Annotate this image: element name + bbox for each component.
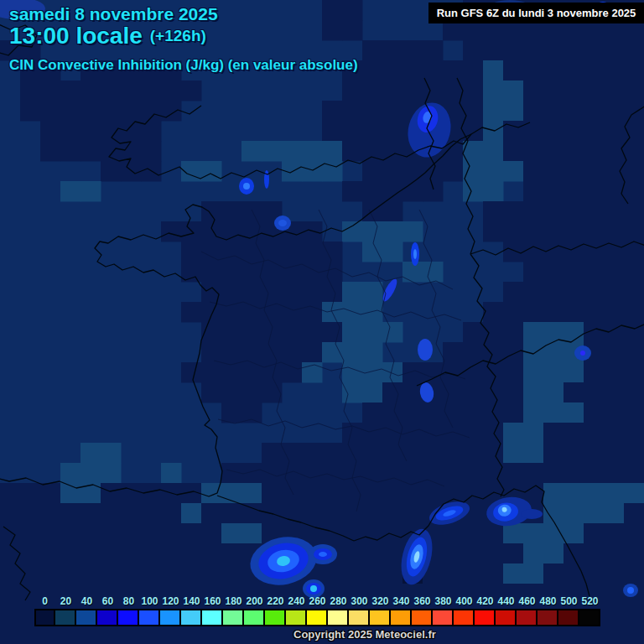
cin-grid-cell [40, 543, 61, 564]
cin-grid-cell [483, 523, 504, 544]
scale-tick-label: 240 [288, 594, 304, 609]
scale-color-swatch [452, 609, 475, 626]
cin-grid-cell [0, 604, 21, 625]
cin-grid-cell [362, 181, 383, 202]
cin-grid-cell [80, 463, 101, 484]
cin-grid-cell [362, 322, 383, 343]
cin-grid-cell [483, 443, 504, 464]
cin-grid-cell [483, 101, 504, 122]
cin-grid-cell [161, 463, 182, 484]
cin-blob-ring [627, 587, 634, 594]
cin-grid-cell [624, 101, 644, 122]
cin-grid-cell [221, 543, 242, 564]
parameter-title: CIN Convective Inhibition (J/kg) (en val… [9, 57, 358, 74]
cin-grid-cell [181, 242, 202, 262]
cin-grid-cell [322, 523, 343, 544]
cin-grid-cell [604, 443, 625, 464]
cin-grid-cell [362, 362, 383, 383]
cin-grid-cell [463, 523, 484, 544]
cin-grid-cell [503, 161, 524, 182]
cin-grid-cell [463, 322, 484, 343]
cin-grid-cell [80, 624, 101, 644]
cin-grid-cell [543, 423, 564, 444]
cin-grid-cell [523, 60, 544, 81]
scale-step: 460 [517, 594, 538, 626]
cin-grid-cell [604, 181, 625, 202]
cin-grid-cell [584, 40, 605, 61]
cin-grid-cell [604, 262, 625, 283]
cin-grid-cell [382, 402, 403, 423]
cin-grid-cell [584, 443, 605, 464]
cin-grid-cell [362, 101, 383, 122]
cin-grid-cell [362, 543, 383, 564]
cin-grid-cell [342, 221, 363, 242]
cin-grid-cell [523, 161, 544, 182]
cin-grid-cell [584, 362, 605, 383]
cin-grid-cell [523, 282, 544, 303]
cin-grid-cell [262, 282, 283, 303]
cin-grid-cell [523, 523, 544, 544]
cin-grid-cell [523, 101, 544, 122]
cin-grid-cell [302, 242, 323, 262]
cin-grid-cell [523, 463, 544, 484]
cin-grid-cell [101, 80, 122, 101]
cin-grid-cell [483, 80, 504, 101]
cin-grid-cell [302, 262, 323, 283]
cin-grid-cell [483, 141, 504, 162]
cin-grid-cell [362, 161, 383, 182]
cin-grid-cell [624, 201, 644, 222]
cin-grid-cell [322, 322, 343, 343]
scale-step: 320 [370, 594, 391, 626]
scale-color-swatch [389, 609, 412, 626]
cin-grid-cell [342, 543, 363, 564]
cin-blob [418, 339, 433, 361]
cin-grid-cell [584, 382, 605, 403]
cin-grid-cell [624, 423, 644, 444]
cin-grid-cell [564, 161, 584, 182]
cin-grid-cell [242, 282, 262, 303]
cin-grid-cell [624, 523, 644, 544]
cin-grid-cell [181, 624, 202, 644]
cin-grid-cell [624, 282, 644, 303]
cin-grid-cell [483, 201, 504, 222]
cin-grid-cell [221, 624, 242, 644]
cin-grid-cell [523, 624, 544, 644]
cin-grid-cell [624, 543, 644, 564]
cin-grid-cell [503, 101, 524, 122]
cin-grid-cell [141, 523, 162, 544]
scale-step: 400 [454, 594, 475, 626]
cin-grid-cell [201, 564, 222, 584]
scale-tick-label: 20 [60, 594, 71, 609]
cin-grid-cell [483, 463, 504, 484]
cin-grid-cell [362, 221, 383, 242]
cin-grid-cell [242, 201, 262, 222]
cin-grid-cell [382, 161, 403, 182]
cin-grid-cell [181, 564, 202, 584]
cin-grid-cell [584, 503, 605, 524]
scale-color-swatch [34, 609, 55, 626]
scale-tick-label: 60 [102, 594, 113, 609]
cin-grid-cell [402, 463, 423, 484]
cin-grid-cell [483, 342, 504, 363]
cin-grid-cell [523, 443, 544, 464]
cin-grid-cell [40, 564, 61, 584]
cin-grid-cell [0, 543, 21, 564]
cin-grid-cell [262, 242, 283, 262]
cin-grid-cell [423, 402, 444, 423]
cin-grid-cell [523, 362, 544, 383]
color-scale-legend: 0204060801001201401601802002202402602803… [34, 594, 600, 626]
cin-grid-cell [382, 242, 403, 262]
cin-grid-cell [161, 101, 182, 122]
cin-grid-cell [121, 543, 142, 564]
cin-grid-cell [564, 463, 584, 484]
scale-color-swatch [305, 609, 328, 626]
cin-grid-cell [584, 101, 605, 122]
scale-step: 360 [412, 594, 433, 626]
scale-tick-label: 480 [539, 594, 556, 609]
scale-step: 440 [496, 594, 517, 626]
cin-grid-cell [101, 624, 122, 644]
cin-grid-cell [262, 262, 283, 283]
cin-grid-cell [80, 503, 101, 524]
cin-grid-cell [60, 543, 81, 564]
cin-grid-cell [564, 443, 584, 464]
